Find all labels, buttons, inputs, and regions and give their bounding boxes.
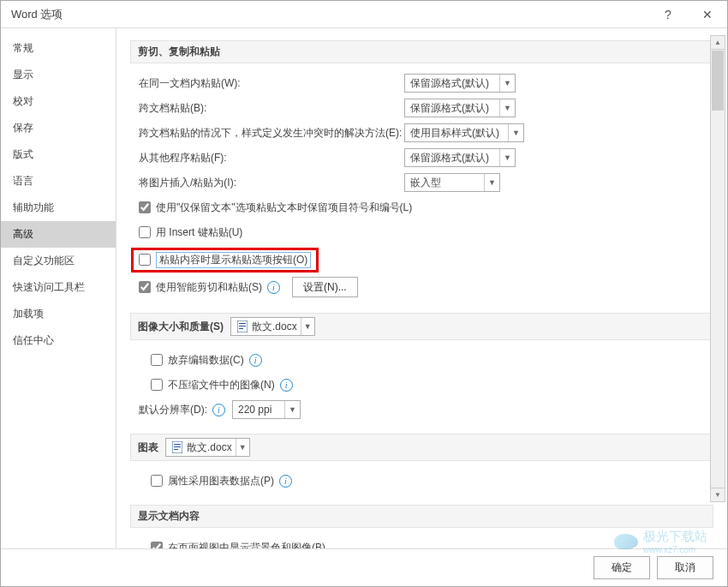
sidebar-item-language[interactable]: 语言 [1, 168, 116, 195]
insert-key-paste-label: 用 Insert 键粘贴(U) [156, 225, 242, 240]
other-program-paste-label: 从其他程序粘贴(F): [139, 151, 404, 165]
other-program-paste-dropdown[interactable]: 保留源格式(默认) ▼ [404, 148, 516, 167]
chevron-down-icon: ▼ [284, 401, 300, 418]
picture-insert-label: 将图片插入/粘贴为(I): [139, 176, 404, 190]
svg-rect-2 [239, 326, 246, 326]
sidebar-item-trust-center[interactable]: 信任中心 [1, 327, 116, 354]
image-quality-target-dropdown[interactable]: 散文.docx ▼ [230, 317, 315, 336]
sidebar-item-quick-access[interactable]: 快速访问工具栏 [1, 274, 116, 301]
chevron-down-icon: ▼ [508, 124, 523, 141]
vertical-scrollbar[interactable]: ▲ ▼ [710, 35, 725, 502]
picture-insert-dropdown[interactable]: 嵌入型 ▼ [404, 173, 500, 192]
sidebar-item-proofing[interactable]: 校对 [1, 88, 116, 115]
show-background-checkbox[interactable] [151, 542, 163, 548]
sidebar-item-advanced[interactable]: 高级 [1, 221, 116, 248]
section-cut-copy-paste: 剪切、复制和粘贴 [130, 40, 713, 63]
show-paste-options-checkbox[interactable] [139, 254, 151, 266]
same-doc-paste-label: 在同一文档内粘贴(W): [139, 76, 404, 91]
info-icon[interactable]: i [212, 404, 225, 416]
svg-rect-1 [239, 323, 246, 324]
svg-rect-6 [174, 446, 181, 447]
sidebar-item-save[interactable]: 保存 [1, 115, 116, 141]
sidebar-item-accessibility[interactable]: 辅助功能 [1, 195, 116, 221]
section-display-content: 显示文档内容 [130, 505, 713, 528]
scroll-up-icon[interactable]: ▲ [711, 36, 725, 50]
smart-paste-settings-button[interactable]: 设置(N)... [292, 277, 358, 297]
scroll-down-icon[interactable]: ▼ [711, 488, 725, 501]
info-icon[interactable]: i [249, 354, 262, 367]
chevron-down-icon: ▼ [484, 174, 499, 191]
ok-button[interactable]: 确定 [594, 556, 650, 579]
no-compress-label: 不压缩文件中的图像(N) [168, 378, 275, 392]
close-button[interactable]: ✕ [688, 1, 727, 28]
chart-datapoint-label: 属性采用图表数据点(P) [168, 474, 274, 488]
section-chart: 图表 散文.docx ▼ [130, 434, 713, 461]
chevron-down-icon: ▼ [499, 99, 515, 117]
word-options-dialog: Word 选项 ? ✕ 常规 显示 校对 保存 版式 语言 辅助功能 高级 自定… [0, 0, 728, 587]
chevron-down-icon: ▼ [499, 75, 515, 92]
discard-editing-data-checkbox[interactable] [151, 354, 163, 366]
help-button[interactable]: ? [648, 1, 688, 28]
advanced-options-panel: 剪切、复制和粘贴 在同一文档内粘贴(W): 保留源格式(默认) ▼ 跨文档粘贴(… [116, 28, 727, 548]
highlighted-option: 粘贴内容时显示粘贴选项按钮(O) [131, 248, 319, 273]
info-icon[interactable]: i [280, 379, 293, 392]
category-sidebar: 常规 显示 校对 保存 版式 语言 辅助功能 高级 自定义功能区 快速访问工具栏… [1, 28, 116, 548]
chevron-down-icon: ▼ [301, 318, 314, 335]
show-paste-options-label: 粘贴内容时显示粘贴选项按钮(O) [156, 252, 311, 268]
sidebar-item-layout[interactable]: 版式 [1, 141, 116, 168]
keep-bullets-label: 使用"仅保留文本"选项粘贴文本时保留项目符号和编号(L) [156, 201, 412, 215]
svg-rect-7 [174, 449, 178, 450]
chevron-down-icon: ▼ [236, 439, 249, 456]
svg-rect-3 [239, 328, 243, 329]
smart-cut-paste-checkbox[interactable] [139, 281, 151, 293]
info-icon[interactable]: i [279, 475, 292, 488]
show-background-label: 在页面视图中显示背景色和图像(B) [168, 541, 325, 549]
cancel-button[interactable]: 取消 [657, 556, 713, 579]
cross-doc-paste-label: 跨文档粘贴(B): [139, 101, 404, 116]
title-bar: Word 选项 ? ✕ [1, 1, 727, 28]
section-image-quality: 图像大小和质量(S) 散文.docx ▼ [130, 313, 713, 340]
chart-datapoint-checkbox[interactable] [151, 475, 163, 487]
sidebar-item-addins[interactable]: 加载项 [1, 301, 116, 327]
document-icon [236, 320, 248, 332]
sidebar-item-general[interactable]: 常规 [1, 35, 116, 62]
info-icon[interactable]: i [267, 281, 280, 294]
default-resolution-dropdown[interactable]: 220 ppi ▼ [232, 400, 301, 419]
default-resolution-label: 默认分辨率(D): [139, 403, 207, 417]
chevron-down-icon: ▼ [499, 149, 515, 166]
no-compress-checkbox[interactable] [151, 379, 163, 391]
sidebar-item-display[interactable]: 显示 [1, 62, 116, 88]
document-icon [171, 441, 183, 453]
same-doc-paste-dropdown[interactable]: 保留源格式(默认) ▼ [404, 74, 516, 93]
dialog-title: Word 选项 [11, 7, 63, 22]
discard-editing-data-label: 放弃编辑数据(C) [168, 353, 244, 368]
style-conflict-dropdown[interactable]: 使用目标样式(默认) ▼ [404, 123, 524, 142]
scrollbar-thumb[interactable] [712, 51, 724, 111]
sidebar-item-customize-ribbon[interactable]: 自定义功能区 [1, 248, 116, 274]
smart-cut-paste-label: 使用智能剪切和粘贴(S) [156, 280, 262, 295]
chart-target-dropdown[interactable]: 散文.docx ▼ [165, 438, 250, 457]
dialog-button-bar: 确定 取消 [1, 548, 727, 586]
svg-rect-5 [174, 444, 181, 445]
keep-bullets-checkbox[interactable] [139, 201, 151, 213]
cross-doc-paste-dropdown[interactable]: 保留源格式(默认) ▼ [404, 99, 516, 117]
style-conflict-label: 跨文档粘贴的情况下，样式定义发生冲突时的解决方法(E): [139, 126, 404, 141]
insert-key-paste-checkbox[interactable] [139, 226, 151, 238]
